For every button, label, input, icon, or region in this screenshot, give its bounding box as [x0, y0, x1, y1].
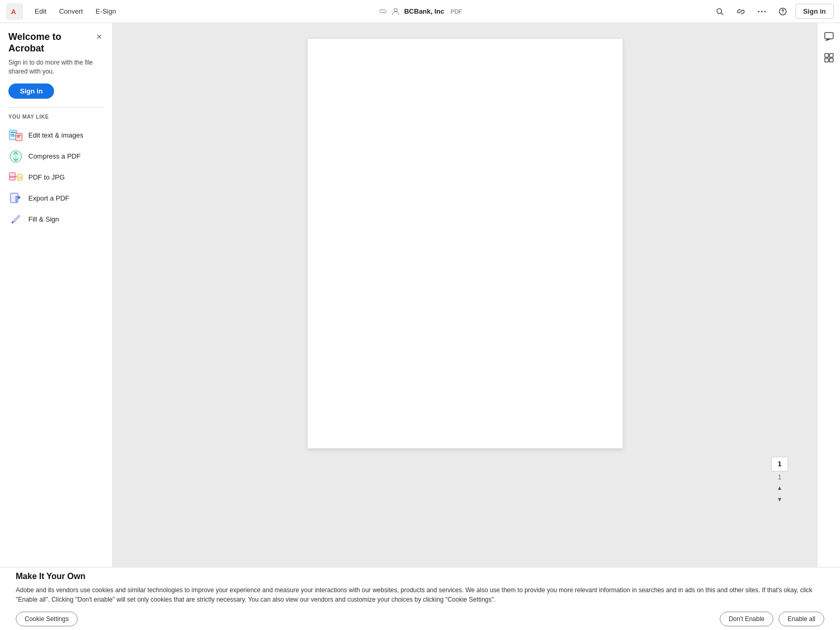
comments-button[interactable] [821, 28, 837, 45]
svg-rect-27 [825, 58, 828, 62]
more-options-button[interactable] [753, 3, 770, 20]
svg-rect-25 [825, 54, 828, 57]
sign-in-nav-button[interactable]: Sign in [795, 4, 834, 19]
edit-icon [8, 128, 23, 143]
nav-right-actions: Sign in [711, 3, 834, 20]
you-may-like-label: YOU MAY LIKE [8, 114, 104, 120]
cookie-banner-title: Make It Your Own [16, 572, 824, 581]
pdf-viewer: 1 1 ▲ ▼ [113, 23, 817, 567]
total-pages: 1 [778, 474, 782, 481]
welcome-title: Welcome to Acrobat [8, 32, 94, 54]
thumbnails-button[interactable] [821, 49, 837, 66]
feature-fill-sign[interactable]: Fill & Sign [8, 209, 104, 230]
user-icon [392, 7, 400, 16]
nav-edit[interactable]: Edit [29, 5, 51, 17]
export-icon [8, 191, 23, 206]
svg-rect-11 [10, 132, 16, 133]
feature-pdf-to-jpg[interactable]: PDF JPG PDF to JPG [8, 167, 104, 188]
svg-rect-12 [10, 134, 14, 135]
svg-point-2 [394, 8, 397, 12]
feature-fill-sign-label: Fill & Sign [28, 215, 59, 223]
svg-rect-16 [17, 136, 20, 138]
cookie-banner-body: Adobe and its vendors use cookies and si… [16, 585, 824, 604]
svg-point-9 [782, 13, 783, 14]
svg-rect-28 [830, 58, 833, 62]
dont-enable-button[interactable]: Don't Enable [720, 612, 773, 626]
filename: BCBank, Inc [404, 7, 445, 15]
svg-point-5 [758, 10, 759, 12]
svg-rect-26 [830, 54, 833, 57]
compress-icon [8, 149, 23, 164]
pdf-page [308, 39, 623, 448]
file-type-badge: PDF [450, 8, 462, 15]
nav-convert[interactable]: Convert [54, 5, 88, 17]
fill-sign-icon [8, 212, 23, 227]
svg-rect-13 [10, 135, 15, 136]
feature-compress-pdf[interactable]: Compress a PDF [8, 146, 104, 167]
feature-export-pdf[interactable]: Export a PDF [8, 188, 104, 209]
left-sidebar: Welcome to Acrobat ✕ Sign in to do more … [0, 23, 113, 567]
svg-rect-24 [825, 33, 833, 39]
close-welcome-button[interactable]: ✕ [94, 32, 104, 42]
feature-pdf-to-jpg-label: PDF to JPG [28, 173, 65, 181]
feature-edit-text-images-label: Edit text & images [28, 131, 83, 139]
main-layout: Welcome to Acrobat ✕ Sign in to do more … [0, 23, 840, 567]
page-indicator-area: 1 1 ▲ ▼ [771, 457, 788, 504]
right-sidebar [817, 23, 840, 567]
nav-center: BCBank, Inc PDF [378, 7, 463, 16]
enable-all-button[interactable]: Enable all [779, 612, 824, 626]
nav-esign[interactable]: E-Sign [90, 5, 121, 17]
section-divider [8, 107, 104, 108]
sign-in-blue-button[interactable]: Sign in [8, 83, 54, 99]
feature-compress-pdf-label: Compress a PDF [28, 152, 81, 160]
cookie-banner-actions: Cookie Settings Don't Enable Enable all [16, 612, 824, 626]
current-page-box[interactable]: 1 [771, 457, 788, 471]
help-button[interactable] [774, 3, 791, 20]
search-button[interactable] [711, 3, 728, 20]
cookie-settings-button[interactable]: Cookie Settings [16, 612, 78, 626]
welcome-body-text: Sign in to do more with the file shared … [8, 58, 104, 76]
page-down-button[interactable]: ▼ [773, 495, 786, 504]
link-button[interactable] [732, 3, 749, 20]
svg-text:JPG: JPG [18, 176, 22, 179]
svg-point-6 [761, 10, 762, 12]
page-up-button[interactable]: ▲ [773, 483, 786, 492]
app-logo[interactable]: A [6, 3, 23, 20]
svg-line-4 [721, 13, 723, 15]
cookie-right-buttons: Don't Enable Enable all [720, 612, 824, 626]
svg-text:A: A [11, 8, 16, 16]
welcome-header: Welcome to Acrobat ✕ [8, 32, 104, 54]
svg-point-7 [764, 10, 765, 12]
svg-text:PDF: PDF [10, 175, 15, 178]
pdf-to-jpg-icon: PDF JPG [8, 170, 23, 185]
svg-rect-15 [17, 135, 21, 136]
cloud-icon [378, 8, 387, 15]
nav-links: Edit Convert E-Sign [29, 5, 121, 17]
top-navigation: A Edit Convert E-Sign BCBank, Inc PDF Si… [0, 0, 840, 23]
feature-edit-text-images[interactable]: Edit text & images [8, 125, 104, 146]
feature-export-pdf-label: Export a PDF [28, 194, 69, 202]
cookie-banner: Make It Your Own Adobe and its vendors u… [0, 567, 840, 630]
